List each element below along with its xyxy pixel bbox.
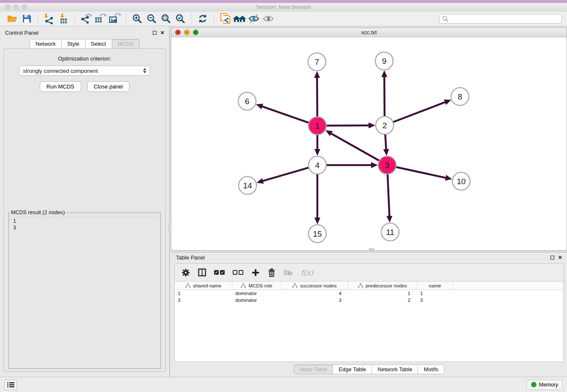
float-table-panel-icon[interactable] — [550, 256, 554, 259]
add-column-button[interactable] — [251, 268, 260, 277]
graph-node-11[interactable]: 11 — [381, 223, 399, 241]
tab-network[interactable]: Network — [30, 39, 62, 49]
open-session-button[interactable] — [5, 12, 19, 25]
graph-node-8[interactable]: 8 — [451, 88, 469, 105]
graph-node-2[interactable]: 2 — [376, 116, 394, 134]
export-table-icon — [94, 13, 106, 24]
export-image-button[interactable] — [107, 12, 122, 25]
horizontal-splitter-handle[interactable] — [369, 248, 374, 250]
search-input[interactable] — [439, 14, 562, 24]
graph-node-1[interactable]: 1 — [308, 117, 326, 135]
show-columns-button[interactable] — [198, 268, 206, 276]
graph-edge-2-8[interactable] — [393, 102, 446, 122]
memory-label: Memory — [539, 382, 558, 388]
select-all-rows-button[interactable]: ✓✓ — [214, 270, 225, 275]
graph-edge-3-11[interactable] — [388, 174, 389, 216]
svg-text:2: 2 — [383, 121, 387, 130]
criterion-value: strongly connected component — [23, 68, 98, 74]
deselect-all-rows-button[interactable] — [233, 270, 243, 275]
tab-node-table[interactable]: Node Table — [294, 364, 333, 374]
network-canvas[interactable]: 7968124314101511 — [171, 37, 567, 250]
svg-text:3: 3 — [385, 161, 390, 170]
eye-icon — [263, 14, 274, 24]
graph-edge-2-3[interactable] — [385, 134, 386, 149]
table-cell: 1 — [348, 290, 417, 297]
run-mcds-button[interactable]: Run MCDS — [40, 81, 81, 92]
refresh-layout-button[interactable] — [195, 12, 210, 25]
unchecked-boxes-icon — [233, 270, 243, 275]
show-networks-home-button[interactable] — [232, 12, 247, 25]
column-header-name[interactable]: name — [417, 282, 453, 290]
titlebar[interactable]: Session: New Session — [0, 3, 567, 11]
save-session-button[interactable] — [19, 12, 34, 25]
mcds-result-textarea[interactable]: 1 3 — [10, 216, 159, 217]
export-image-icon — [109, 13, 121, 24]
column-header-MCDS-role[interactable]: MCDS role — [232, 282, 281, 290]
optimization-criterion-label: Optimization criterion: — [6, 55, 163, 62]
tab-style[interactable]: Style — [62, 39, 85, 49]
graph-node-3[interactable]: 3 — [378, 156, 396, 174]
graph-edge-2-9[interactable] — [384, 77, 385, 116]
svg-text:8: 8 — [458, 92, 462, 101]
table-settings-button[interactable] — [182, 268, 190, 277]
column-header-successor-nodes[interactable]: successor nodes — [281, 282, 348, 290]
graph-node-6[interactable]: 6 — [238, 92, 256, 110]
control-panel-title: Control Panel — [5, 30, 39, 36]
homes-icon — [233, 14, 246, 24]
table-body: 1dominator4113dominator323 — [175, 290, 563, 362]
zoom-selected-button[interactable] — [173, 12, 187, 25]
svg-text:6: 6 — [245, 97, 250, 106]
table-header-row: shared nameMCDS rolesuccessor nodesprede… — [175, 282, 563, 290]
network-window-titlebar[interactable]: × − + scc.txt — [171, 28, 567, 37]
import-network-icon — [44, 13, 55, 24]
graph-edge-3-10[interactable] — [396, 167, 446, 178]
table-row[interactable]: 1dominator411 — [175, 290, 563, 297]
float-panel-icon[interactable] — [153, 31, 157, 35]
graph-node-7[interactable]: 7 — [308, 53, 326, 71]
criterion-select[interactable]: strongly connected component — [19, 66, 150, 76]
tab-network-table[interactable]: Network Table — [372, 364, 418, 374]
import-network-button[interactable] — [42, 12, 56, 25]
tab-edge-table[interactable]: Edge Table — [333, 364, 372, 374]
close-panel-button[interactable]: Close panel — [87, 81, 130, 92]
tab-mcds[interactable]: MCDS — [112, 39, 140, 49]
graph-node-10[interactable]: 10 — [452, 172, 470, 190]
column-header-shared-name[interactable]: shared name — [175, 282, 232, 290]
graph-edge-1-6[interactable] — [262, 106, 309, 123]
table-row[interactable]: 3dominator323 — [175, 297, 563, 304]
tab-motifs[interactable]: Motifs — [418, 364, 444, 374]
delete-table-button[interactable] — [284, 269, 293, 276]
zoom-selected-icon — [175, 14, 185, 24]
vertical-splitter-handle[interactable] — [168, 224, 171, 230]
show-graphics-details-button[interactable] — [261, 12, 275, 25]
graph-node-15[interactable]: 15 — [308, 225, 326, 243]
zoom-out-button[interactable] — [144, 12, 159, 25]
delete-column-button[interactable] — [268, 268, 275, 277]
close-panel-icon[interactable]: × — [160, 30, 164, 35]
memory-button[interactable]: Memory — [526, 380, 563, 390]
columns-icon — [198, 268, 206, 276]
table-panel-title: Table Panel — [176, 254, 205, 261]
copy-network-button[interactable] — [218, 12, 232, 25]
column-header-predecessor-nodes[interactable]: predecessor nodes — [348, 282, 417, 290]
graph-edge-4-14[interactable] — [263, 168, 309, 181]
hide-graphics-details-button[interactable] — [247, 12, 261, 25]
apply-function-button[interactable]: f(x) — [301, 268, 313, 277]
close-table-panel-icon[interactable]: × — [558, 255, 562, 259]
graph-node-14[interactable]: 14 — [239, 177, 256, 194]
graph-node-9[interactable]: 9 — [375, 52, 393, 70]
tab-select[interactable]: Select — [85, 39, 112, 49]
list-icon — [7, 382, 14, 388]
graph-edge-3-1[interactable] — [331, 133, 379, 161]
export-network-button[interactable] — [79, 12, 93, 25]
import-table-button[interactable] — [56, 12, 71, 25]
zoom-fit-button[interactable] — [159, 12, 173, 25]
graph-node-4[interactable]: 4 — [308, 156, 326, 174]
svg-text:7: 7 — [315, 58, 319, 66]
show-task-history-button[interactable] — [4, 380, 17, 390]
graph-edge-1-2[interactable] — [326, 125, 369, 126]
export-table-button[interactable] — [93, 12, 107, 25]
graph-edge-1-7[interactable] — [317, 77, 317, 117]
search-icon — [442, 16, 449, 22]
zoom-in-button[interactable] — [130, 12, 144, 25]
